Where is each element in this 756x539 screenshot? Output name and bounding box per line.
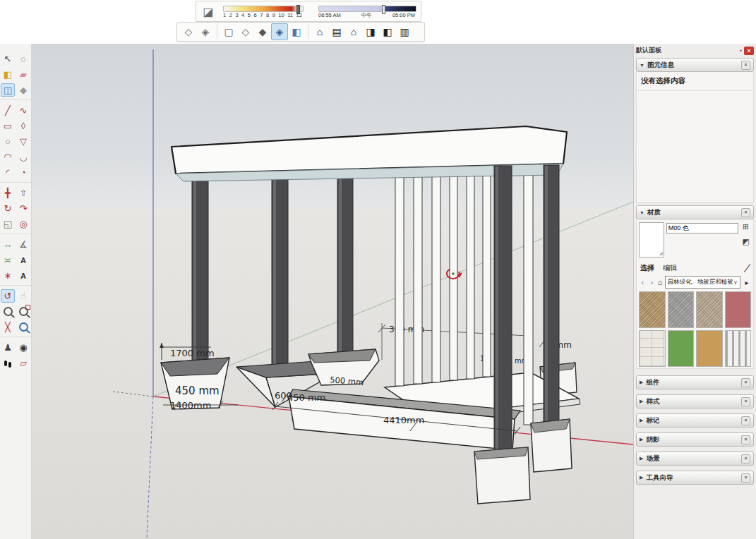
- tool-pan-button[interactable]: ☝: [16, 289, 30, 303]
- view-iso-button[interactable]: ⌂: [311, 23, 328, 40]
- tool-rotated-rectangle-button[interactable]: ◊: [16, 119, 30, 133]
- style-xray-button[interactable]: ◇: [180, 23, 197, 40]
- section-header-4[interactable]: ▶阴影×: [636, 432, 754, 447]
- tool-scale-button[interactable]: ◱: [1, 217, 15, 231]
- tool-arc-button[interactable]: ◠: [1, 150, 15, 164]
- shadow-date-slider[interactable]: [223, 6, 304, 12]
- material-name-input[interactable]: [666, 223, 738, 234]
- create-material-icon[interactable]: ⊞: [743, 222, 749, 231]
- tool-zoom-extents-button[interactable]: ╳: [1, 320, 15, 334]
- materials-close-button[interactable]: ×: [741, 208, 750, 217]
- tool-lasso-button[interactable]: ◌: [16, 52, 30, 66]
- tool-row: ↻↷: [0, 202, 31, 215]
- section-close-button[interactable]: ×: [741, 435, 750, 444]
- section-header-2[interactable]: ▶样式×: [636, 394, 754, 408]
- section-header-1[interactable]: ▶组件×: [636, 375, 754, 389]
- material-preview[interactable]: ◢: [639, 222, 664, 258]
- tool-push-pull-button[interactable]: ⇧: [16, 186, 30, 200]
- tool-offset-button[interactable]: ◎: [16, 217, 30, 231]
- tool-protractor-button[interactable]: ∡: [16, 238, 30, 251]
- material-swatch-gravel-brown[interactable]: [639, 291, 666, 328]
- dimension-icon: ≍: [4, 255, 12, 265]
- sample-paint-icon[interactable]: ╱: [744, 263, 750, 273]
- tool-walk-button[interactable]: [1, 356, 15, 370]
- section-close-button[interactable]: ×: [741, 397, 750, 406]
- material-swatch-rose[interactable]: [725, 291, 752, 328]
- material-swatch-gravel-gray[interactable]: [668, 291, 695, 328]
- tool-eraser-button[interactable]: ▰: [16, 68, 30, 81]
- tool-polygon-button[interactable]: ▽: [16, 135, 30, 148]
- view-right-button[interactable]: ◨: [362, 23, 379, 40]
- tool-two-point-arc-button[interactable]: ◡: [16, 150, 30, 164]
- home-icon[interactable]: ⌂: [658, 278, 663, 286]
- tool-pie-button[interactable]: ◔: [16, 166, 30, 179]
- tool-look-around-button[interactable]: ◉: [16, 341, 30, 354]
- tool-position-camera-button[interactable]: ♟: [1, 341, 15, 354]
- tool-text-button[interactable]: A: [16, 253, 30, 267]
- tool-dimension-button[interactable]: ≍: [1, 253, 15, 267]
- section-header-5[interactable]: ▶场景×: [636, 452, 754, 466]
- material-swatch-grass-green[interactable]: [668, 330, 695, 367]
- category-label: 园林绿化、地被层和植被: [668, 278, 734, 286]
- xray-icon: ◇: [185, 26, 193, 37]
- material-swatch-sand-tan[interactable]: [696, 330, 723, 367]
- style-wireframe-button[interactable]: ▢: [220, 23, 237, 40]
- tool-zoom-window-button[interactable]: [16, 305, 30, 318]
- forward-icon[interactable]: ›: [648, 278, 655, 286]
- view-front-button[interactable]: ⌂: [345, 23, 362, 40]
- style-back-edges-button[interactable]: ◈: [197, 23, 214, 40]
- tool-make-component-button[interactable]: ◫: [1, 83, 15, 97]
- month-tick-11: 11: [287, 12, 293, 18]
- tool-previous-button[interactable]: [16, 320, 30, 334]
- tool-axes-button[interactable]: ∗: [1, 269, 15, 282]
- section-close-button[interactable]: ×: [741, 378, 750, 387]
- section-header-3[interactable]: ▶标记×: [636, 413, 754, 428]
- material-category-dropdown[interactable]: 园林绿化、地被层和植被 ∨: [665, 276, 740, 289]
- tool-move-button[interactable]: ╋: [1, 186, 15, 200]
- style-monochrome-button[interactable]: ◧: [288, 23, 305, 40]
- entity-info-close-button[interactable]: ×: [741, 61, 750, 70]
- shadow-toggle-button[interactable]: ◪: [200, 4, 217, 19]
- material-swatch-pavers[interactable]: [639, 330, 666, 367]
- tool-zoom-button[interactable]: [1, 305, 15, 318]
- shadow-time-slider[interactable]: [318, 6, 416, 12]
- section-close-button[interactable]: ×: [741, 416, 750, 425]
- material-swatch-cobblestone[interactable]: [696, 291, 723, 328]
- tab-edit[interactable]: 编辑: [663, 263, 677, 273]
- tab-select[interactable]: 选择: [640, 263, 654, 273]
- section-close-button[interactable]: ×: [741, 454, 750, 464]
- tool-three-point-arc-button[interactable]: ◜: [1, 166, 15, 179]
- material-swatch-white-fence[interactable]: [725, 330, 752, 367]
- tool-paint-bucket-button[interactable]: ◧: [1, 68, 15, 81]
- view-left-button[interactable]: ◧: [379, 23, 396, 40]
- materials-header[interactable]: ▼ 材质 ×: [636, 205, 754, 219]
- view-top-button[interactable]: ▤: [328, 23, 345, 40]
- style-hidden-line-button[interactable]: ◇: [237, 23, 254, 40]
- pin-icon[interactable]: ▪: [740, 47, 742, 54]
- zoom-window-icon: [19, 307, 28, 316]
- tool-orbit-button[interactable]: ↺: [1, 289, 15, 303]
- back-icon[interactable]: ‹: [639, 278, 646, 286]
- section-close-button[interactable]: ×: [741, 473, 750, 483]
- tool-select-button[interactable]: ↖: [1, 52, 15, 66]
- panel-close-button[interactable]: ×: [744, 47, 754, 55]
- section-header-6[interactable]: ▶工具向导×: [636, 471, 754, 485]
- tool-follow-me-button[interactable]: ↷: [16, 202, 30, 215]
- tool-freehand-button[interactable]: ∿: [16, 104, 30, 117]
- tool-3d-text-button[interactable]: A: [16, 269, 30, 282]
- tool-tape-measure-button[interactable]: ↔: [1, 238, 15, 251]
- style-shaded-with-textures-button[interactable]: ◈: [271, 23, 288, 40]
- tool-soften-edges-button[interactable]: ◆: [16, 83, 30, 97]
- tool-section-plane-button[interactable]: ▱: [16, 356, 30, 370]
- view-back-button[interactable]: ▥: [396, 23, 413, 40]
- entity-info-empty-message: 没有选择内容: [637, 72, 753, 91]
- entity-info-header[interactable]: ▼ 图元信息 ×: [636, 58, 754, 72]
- tool-line-button[interactable]: ╱: [1, 104, 15, 117]
- details-menu-icon[interactable]: ▸: [743, 279, 751, 286]
- style-shaded-button[interactable]: ◆: [254, 23, 271, 40]
- secondary-material-icon[interactable]: ◩: [742, 237, 749, 246]
- tool-circle-button[interactable]: ○: [1, 135, 15, 148]
- tool-rectangle-button[interactable]: ▭: [1, 119, 15, 133]
- tool-rotate-button[interactable]: ↻: [1, 202, 15, 215]
- viewport-canvas[interactable]: 390 mm 2 mm 17 mm: [32, 44, 633, 539]
